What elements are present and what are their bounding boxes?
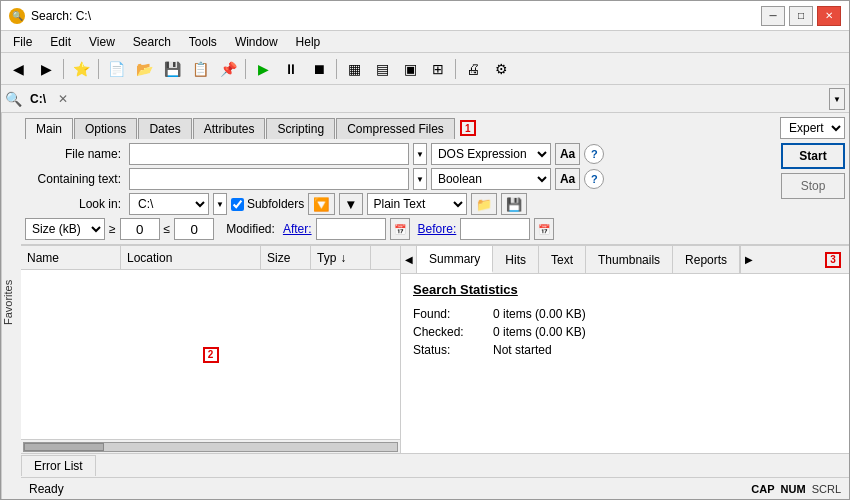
stat-found-value: 0 items (0.00 KB) (493, 307, 586, 321)
file-name-input[interactable] (129, 143, 409, 165)
pause-button[interactable]: ⏸ (278, 57, 304, 81)
plain-text-select[interactable]: Plain Text (367, 193, 467, 215)
boolean-select[interactable]: Boolean (431, 168, 551, 190)
view2-button[interactable]: ▤ (369, 57, 395, 81)
menu-edit[interactable]: Edit (42, 33, 79, 51)
view3-button[interactable]: ▣ (397, 57, 423, 81)
result-tabs: ◀ Summary Hits Text Thumbnails (401, 246, 849, 274)
run-button[interactable]: ▶ (250, 57, 276, 81)
menu-tools[interactable]: Tools (181, 33, 225, 51)
save-button[interactable]: 💾 (159, 57, 185, 81)
expert-select[interactable]: Expert (780, 117, 845, 139)
start-button[interactable]: Start (781, 143, 845, 169)
maximize-button[interactable]: □ (789, 6, 813, 26)
after-calendar-button[interactable]: 📅 (390, 218, 410, 240)
file-list-badge-2: 2 (203, 347, 219, 363)
filter-dropdown-button[interactable]: ▼ (339, 193, 362, 215)
help-btn-1[interactable]: ? (584, 144, 604, 164)
error-list-tab[interactable]: Error List (21, 455, 96, 476)
file-list-badge-area: 2 (203, 347, 219, 363)
search-statistics-heading: Search Statistics (413, 282, 837, 297)
result-tab-text[interactable]: Text (539, 246, 586, 273)
favorite-button[interactable]: ⭐ (68, 57, 94, 81)
status-cap: CAP (751, 483, 774, 495)
view4-button[interactable]: ⊞ (425, 57, 451, 81)
col-location: Location (121, 246, 261, 269)
menu-file[interactable]: File (5, 33, 40, 51)
stop-button[interactable]: Stop (781, 173, 845, 199)
size-max-input[interactable] (174, 218, 214, 240)
file-scrollbar (21, 439, 400, 453)
view1-button[interactable]: ▦ (341, 57, 367, 81)
address-close-button[interactable]: ✕ (54, 92, 72, 106)
open-button[interactable]: 📂 (131, 57, 157, 81)
forward-button[interactable]: ▶ (33, 57, 59, 81)
settings-button[interactable]: ⚙ (488, 57, 514, 81)
tab-dates[interactable]: Dates (138, 118, 191, 139)
subfolders-checkbox[interactable] (231, 198, 244, 211)
before-date-input[interactable] (460, 218, 530, 240)
size-gte-icon: ≥ (109, 222, 116, 236)
size-select[interactable]: Size (kB) (25, 218, 105, 240)
title-bar-left: 🔍 Search: C:\ (9, 8, 91, 24)
address-dropdown-button[interactable]: ▼ (829, 88, 845, 110)
tab-attributes[interactable]: Attributes (193, 118, 266, 139)
result-tab-summary[interactable]: Summary (417, 246, 493, 273)
menu-window[interactable]: Window (227, 33, 286, 51)
file-list-panel: Name Location Size Typ ↓ (21, 246, 401, 453)
paste-button[interactable]: 📌 (215, 57, 241, 81)
filter-button[interactable]: 🔽 (308, 193, 335, 215)
favorites-sidebar[interactable]: Favorites (1, 113, 21, 499)
copy-button[interactable]: 📋 (187, 57, 213, 81)
case-sensitive-btn-2[interactable]: Aa (555, 168, 580, 190)
main-window: 🔍 Search: C:\ ─ □ ✕ File Edit View Searc… (0, 0, 850, 500)
address-value: C:\ (26, 92, 50, 106)
scrollbar-thumb[interactable] (24, 443, 104, 451)
tab-scripting[interactable]: Scripting (266, 118, 335, 139)
look-in-dropdown[interactable]: ▼ (213, 193, 227, 215)
scrollbar-track[interactable] (23, 442, 398, 452)
results-area: Name Location Size Typ ↓ (21, 245, 849, 453)
containing-text-dropdown[interactable]: ▼ (413, 168, 427, 190)
result-tab-reports[interactable]: Reports (673, 246, 740, 273)
subfolders-label: Subfolders (231, 197, 304, 211)
before-calendar-button[interactable]: 📅 (534, 218, 554, 240)
disk-icon-button[interactable]: 💾 (501, 193, 527, 215)
stat-checked-label: Checked: (413, 325, 493, 339)
size-min-input[interactable] (120, 218, 160, 240)
stop-toolbar-button[interactable]: ⏹ (306, 57, 332, 81)
menu-view[interactable]: View (81, 33, 123, 51)
toolbar-sep-4 (336, 59, 337, 79)
print-button[interactable]: 🖨 (460, 57, 486, 81)
back-button[interactable]: ◀ (5, 57, 31, 81)
stat-checked-value: 0 items (0.00 KB) (493, 325, 586, 339)
tab-options[interactable]: Options (74, 118, 137, 139)
tab-main[interactable]: Main (25, 118, 73, 139)
col-name: Name (21, 246, 121, 269)
search-icon: 🔍 (5, 91, 22, 107)
dos-expression-select[interactable]: DOS Expression (431, 143, 551, 165)
result-tab-thumbnails[interactable]: Thumbnails (586, 246, 673, 273)
tab-compressed[interactable]: Compressed Files (336, 118, 455, 139)
containing-text-input[interactable] (129, 168, 409, 190)
folder-icon-button[interactable]: 📁 (471, 193, 497, 215)
result-tab-scroll-right[interactable]: ▶ (740, 246, 756, 273)
new-button[interactable]: 📄 (103, 57, 129, 81)
stat-row-checked: Checked: 0 items (0.00 KB) (413, 325, 837, 339)
look-in-select[interactable]: C:\ (129, 193, 209, 215)
address-bar: 🔍 C:\ ✕ ▼ (1, 85, 849, 113)
menu-help[interactable]: Help (288, 33, 329, 51)
result-tab-scroll-left[interactable]: ◀ (401, 246, 417, 273)
size-lte-icon: ≤ (164, 222, 171, 236)
before-label: Before: (418, 222, 457, 236)
case-sensitive-btn-1[interactable]: Aa (555, 143, 580, 165)
help-btn-2[interactable]: ? (584, 169, 604, 189)
menu-search[interactable]: Search (125, 33, 179, 51)
search-form-area: File name: ▼ DOS Expression Aa ? Contain… (25, 143, 845, 240)
close-button[interactable]: ✕ (817, 6, 841, 26)
result-tab-hits[interactable]: Hits (493, 246, 539, 273)
after-date-input[interactable] (316, 218, 386, 240)
minimize-button[interactable]: ─ (761, 6, 785, 26)
file-name-dropdown[interactable]: ▼ (413, 143, 427, 165)
menu-bar: File Edit View Search Tools Window Help (1, 31, 849, 53)
